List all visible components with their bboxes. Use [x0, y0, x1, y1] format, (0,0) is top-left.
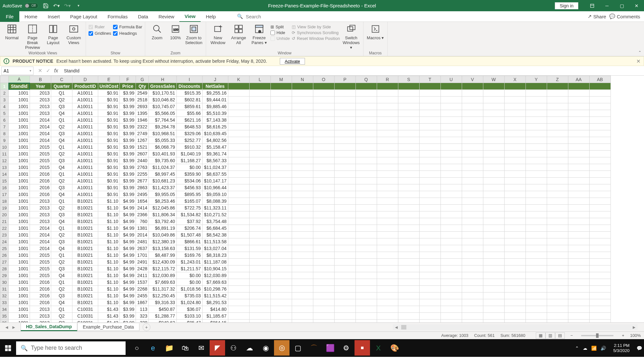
cell[interactable] [440, 90, 462, 97]
tab-file[interactable]: File [0, 11, 19, 22]
cell[interactable] [568, 265, 589, 272]
cell[interactable] [547, 151, 568, 157]
cell[interactable]: A10011 [72, 164, 98, 171]
cell[interactable]: $0.91 [98, 103, 120, 110]
cell[interactable] [483, 97, 504, 103]
cell[interactable] [292, 232, 313, 238]
cell[interactable]: Q2 [51, 205, 72, 211]
cell[interactable] [249, 124, 270, 130]
ribbon-display-icon[interactable] [585, 0, 600, 11]
app-icon-3[interactable]: ▢ [290, 339, 306, 357]
cell[interactable] [249, 238, 270, 245]
minimize-icon[interactable]: ─ [600, 0, 614, 11]
cell[interactable]: 2014 [30, 124, 51, 130]
cell[interactable] [292, 178, 313, 184]
cell[interactable] [589, 218, 611, 225]
cell[interactable] [589, 110, 611, 117]
cell[interactable]: $4.99 [120, 252, 136, 259]
cell[interactable]: $3.99 [120, 164, 136, 171]
cell[interactable] [440, 137, 462, 144]
cell[interactable]: $36.07 [176, 306, 202, 313]
cell[interactable]: 1001 [9, 103, 30, 110]
cell[interactable] [228, 151, 249, 157]
row-header-30[interactable]: 30 [0, 279, 9, 286]
cell[interactable]: $0.91 [98, 137, 120, 144]
cell[interactable]: $9,316.33 [149, 299, 176, 306]
cell[interactable] [377, 292, 398, 299]
cell[interactable] [270, 117, 292, 124]
cell[interactable] [313, 306, 334, 313]
cell[interactable] [398, 306, 419, 313]
cell[interactable] [270, 306, 292, 313]
cell[interactable] [377, 205, 398, 211]
cell[interactable] [440, 238, 462, 245]
cell[interactable] [249, 205, 270, 211]
cell[interactable] [398, 205, 419, 211]
cell[interactable]: Q2 [51, 232, 72, 238]
cell[interactable]: 2255 [136, 171, 149, 178]
xbox-icon[interactable]: ⚇ [225, 339, 242, 357]
cell[interactable] [504, 299, 526, 306]
cell[interactable] [504, 205, 526, 211]
mail-icon[interactable]: ✉ [193, 339, 209, 357]
cell[interactable]: Q1 [51, 252, 72, 259]
cell[interactable] [398, 124, 419, 130]
cell[interactable] [483, 130, 504, 137]
cell[interactable] [440, 279, 462, 286]
cell[interactable] [313, 171, 334, 178]
cell[interactable]: $0.91 [98, 151, 120, 157]
cell[interactable]: $359.90 [176, 171, 202, 178]
cell[interactable]: $602.81 [176, 97, 202, 103]
cell[interactable] [547, 245, 568, 252]
cell[interactable]: 2491 [136, 259, 149, 265]
cell[interactable] [440, 130, 462, 137]
row-header-15[interactable]: 15 [0, 178, 9, 184]
cell[interactable] [355, 205, 377, 211]
cell[interactable] [547, 218, 568, 225]
cell[interactable]: $1.43 [98, 313, 120, 320]
cell[interactable] [313, 299, 334, 306]
cell[interactable] [313, 218, 334, 225]
cell[interactable] [249, 265, 270, 272]
cell[interactable] [334, 286, 355, 292]
cell[interactable] [313, 198, 334, 205]
sheet-nav-next-icon[interactable]: ► [12, 325, 16, 330]
cell[interactable]: A10011 [72, 110, 98, 117]
cell[interactable] [398, 238, 419, 245]
cell[interactable] [504, 137, 526, 144]
cell[interactable]: A10011 [72, 124, 98, 130]
cell[interactable]: $0.91 [98, 171, 120, 178]
cell[interactable]: 1701 [136, 252, 149, 259]
cell[interactable] [419, 124, 440, 130]
cell[interactable]: 2014 [30, 232, 51, 238]
cell[interactable]: 1001 [9, 171, 30, 178]
cell[interactable] [249, 320, 270, 323]
cell[interactable] [334, 205, 355, 211]
cell[interactable]: $0.91 [98, 178, 120, 184]
cell[interactable] [377, 178, 398, 184]
cell[interactable] [526, 225, 547, 232]
save-icon[interactable] [42, 2, 49, 9]
cell[interactable] [462, 103, 483, 110]
cell[interactable]: $0.91 [98, 144, 120, 151]
cell[interactable] [526, 117, 547, 124]
cell[interactable] [440, 124, 462, 130]
col-header-F[interactable]: F [120, 76, 136, 83]
cell[interactable] [504, 292, 526, 299]
cell[interactable] [483, 211, 504, 218]
cell[interactable]: 2013 [30, 313, 51, 320]
cell[interactable] [483, 218, 504, 225]
cell[interactable] [355, 90, 377, 97]
cell[interactable] [547, 279, 568, 286]
cell[interactable]: 2414 [136, 205, 149, 211]
cell[interactable] [249, 151, 270, 157]
cell[interactable] [440, 299, 462, 306]
cell[interactable] [249, 90, 270, 97]
cell[interactable] [292, 171, 313, 178]
cell[interactable] [462, 245, 483, 252]
cell[interactable] [292, 124, 313, 130]
cell[interactable] [377, 272, 398, 279]
cell[interactable]: C10031 [72, 313, 98, 320]
cell[interactable] [249, 184, 270, 191]
cell[interactable] [334, 225, 355, 232]
